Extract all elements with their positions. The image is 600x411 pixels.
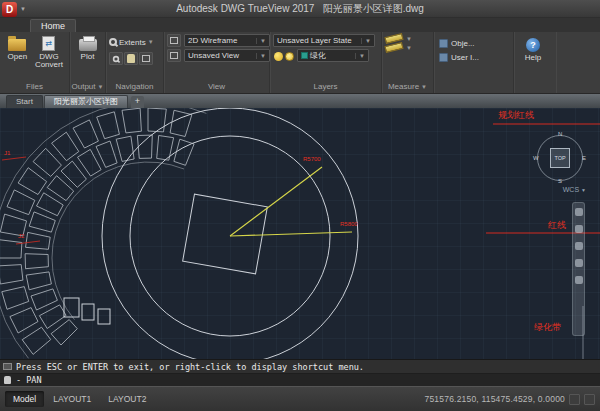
panel-navigation: Extents ▼ Navigation xyxy=(106,32,164,93)
tab-home[interactable]: Home xyxy=(30,19,76,32)
annotation-bottom-right: 绿化带 xyxy=(534,323,561,332)
object-button-label: Obje... xyxy=(451,39,475,48)
plot-button[interactable]: Plot xyxy=(74,34,101,81)
current-layer-value: 绿化 xyxy=(310,50,326,61)
view-combo[interactable]: Unsaved View▼ xyxy=(184,49,270,62)
app-menu-caret-icon[interactable]: ▼ xyxy=(20,6,26,12)
magnifier-icon xyxy=(109,38,117,46)
user-interface-button[interactable]: User I... xyxy=(437,52,481,63)
zoom-window-button[interactable] xyxy=(109,52,123,65)
radius-dim-upper: R5700 xyxy=(303,156,321,162)
show-motion-icon[interactable] xyxy=(575,276,583,284)
measure-dialog-caret-icon[interactable]: ▼ xyxy=(421,84,427,90)
window-title: Autodesk DWG TrueView 2017 阳光丽景小区详图.dwg xyxy=(0,2,600,16)
layer-on-bulb-icon[interactable] xyxy=(274,52,283,61)
tab-drawing-active[interactable]: 阳光丽景小区详图 xyxy=(44,95,128,108)
help-button[interactable]: ? Help xyxy=(518,34,548,81)
tab-layout2[interactable]: LAYOUT2 xyxy=(100,391,154,407)
cursor-coordinates: 751576.2150, 115475.4529, 0.0000 xyxy=(425,394,565,404)
zoom-icon xyxy=(113,55,119,61)
panel-label-output: Output▼ xyxy=(70,81,105,93)
panel-view: 2D Wireframe▼ Unsaved View▼ View xyxy=(164,32,270,93)
command-icon xyxy=(3,363,12,370)
layer-freeze-sun-icon[interactable] xyxy=(285,52,294,61)
open-button[interactable]: Open xyxy=(4,34,31,81)
document-title: 阳光丽景小区详图.dwg xyxy=(323,3,424,14)
wcs-selector[interactable]: WCS ▼ xyxy=(563,186,586,193)
annotation-top-right: 规划红线 xyxy=(498,111,534,120)
tab-model[interactable]: Model xyxy=(5,391,44,407)
current-layer-combo[interactable]: 绿化▼ xyxy=(297,49,369,62)
layer-state-combo[interactable]: Unsaved Layer State▼ xyxy=(273,34,375,47)
radius-dim-right: R5800 xyxy=(340,221,358,227)
combo-caret-icon: ▼ xyxy=(355,53,365,59)
viewcube[interactable]: TOP N W S E xyxy=(534,132,586,184)
dwg-convert-button[interactable]: ⇄ DWG Convert xyxy=(33,34,65,81)
drawing-canvas[interactable]: 规划红线 红线 绿化带 R5700 R5800 J1 J2 TOP N W S … xyxy=(0,108,600,359)
title-bar: D ▼ Autodesk DWG TrueView 2017 阳光丽景小区详图.… xyxy=(0,0,600,18)
dwg-convert-label: DWG Convert xyxy=(33,53,65,69)
ribbon: Open ⇄ DWG Convert Files Plot Output▼ xyxy=(0,32,600,94)
help-question-icon: ? xyxy=(526,38,540,52)
output-dialog-caret-icon[interactable]: ▼ xyxy=(98,84,104,90)
orbit-icon xyxy=(142,55,150,62)
dwg-convert-icon: ⇄ xyxy=(42,36,55,51)
panel-label-layers: Layers xyxy=(270,81,381,93)
cad-drawing xyxy=(0,108,600,359)
zoom-extents-button[interactable]: Extents ▼ xyxy=(109,34,160,50)
orbit-button[interactable] xyxy=(139,52,153,65)
app-logo[interactable]: D xyxy=(2,2,17,17)
pan-hand-icon xyxy=(127,54,135,63)
orbit-icon[interactable] xyxy=(575,259,583,267)
measure-distance-button[interactable]: ▼ xyxy=(385,35,412,42)
annotation-mid-right: 红线 xyxy=(548,221,566,230)
wcs-label: WCS xyxy=(563,186,579,193)
command-prompt: - PAN xyxy=(16,375,42,385)
grid-toggle-icon[interactable] xyxy=(569,394,580,405)
tab-start[interactable]: Start xyxy=(6,95,43,108)
combo-caret-icon: ▼ xyxy=(256,38,266,44)
pan-button[interactable] xyxy=(124,52,138,65)
object-icon xyxy=(439,39,448,48)
named-views-button[interactable] xyxy=(167,49,181,62)
visual-style-button[interactable] xyxy=(167,34,181,47)
user-interface-label: User I... xyxy=(451,53,479,62)
settings-gear-icon[interactable] xyxy=(584,394,595,405)
viewcube-north: N xyxy=(558,131,562,137)
ribbon-tab-bar: Home xyxy=(0,18,600,32)
open-folder-icon xyxy=(8,39,26,51)
monitor-icon xyxy=(170,37,178,44)
printer-icon xyxy=(79,39,97,51)
tab-layout1[interactable]: LAYOUT1 xyxy=(45,391,99,407)
viewcube-south: S xyxy=(558,178,562,184)
visual-style-combo[interactable]: 2D Wireframe▼ xyxy=(184,34,270,47)
combo-caret-icon: ▼ xyxy=(361,38,371,44)
viewcube-east: E xyxy=(582,155,586,161)
layer-state-value: Unsaved Layer State xyxy=(277,36,352,45)
pan-hand-icon[interactable] xyxy=(575,225,583,233)
command-input-row[interactable]: - PAN xyxy=(0,374,600,386)
object-button[interactable]: Obje... xyxy=(437,38,481,49)
new-tab-button[interactable]: + xyxy=(131,96,144,108)
wcs-caret-icon: ▼ xyxy=(581,187,586,193)
panel-files: Open ⇄ DWG Convert Files xyxy=(0,32,70,93)
viewcube-west: W xyxy=(533,155,539,161)
command-panel: Press ESC or ENTER to exit, or right-cli… xyxy=(0,359,600,386)
panel-label-view: View xyxy=(164,81,269,93)
measure-caret-icon: ▼ xyxy=(406,45,412,51)
command-history-row: Press ESC or ENTER to exit, or right-cli… xyxy=(0,360,600,374)
left-mark-1: J1 xyxy=(4,150,10,156)
measure-area-button[interactable]: ▼ xyxy=(385,44,412,51)
navigation-bar[interactable] xyxy=(572,202,585,336)
zoom-icon[interactable] xyxy=(575,242,583,250)
viewcube-top-face[interactable]: TOP xyxy=(550,148,570,168)
user-interface-icon xyxy=(439,53,448,62)
layer-color-chip xyxy=(301,52,308,59)
extents-caret-icon: ▼ xyxy=(148,39,154,45)
open-label: Open xyxy=(8,53,28,61)
steering-wheel-icon[interactable] xyxy=(575,208,583,216)
panel-label-measure: Measure▼ xyxy=(382,81,433,93)
active-command-pan-icon xyxy=(4,376,11,384)
view-combo-value: Unsaved View xyxy=(188,51,239,60)
help-label: Help xyxy=(525,54,541,62)
